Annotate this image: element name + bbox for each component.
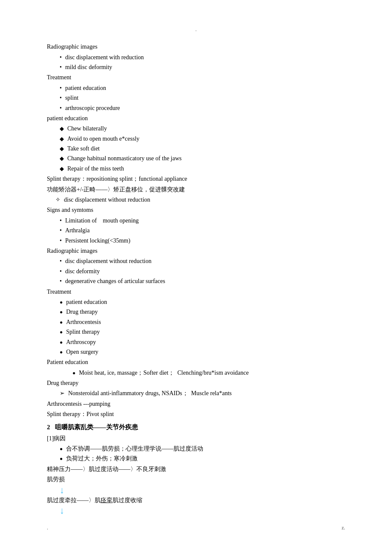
bottom-footer: . z. — [47, 524, 345, 532]
signs-list: Limitation of mouth opening Arthralgia P… — [47, 216, 345, 246]
treatment-list-1: patient education splint arthroscopic pr… — [47, 84, 345, 113]
main-content: Radiographic images disc displacement wi… — [47, 42, 345, 515]
treatment-label-1: Treatment — [47, 73, 345, 82]
list-item: Arthrocentesis — [60, 318, 345, 327]
list-item: degenerative changes of articular surfac… — [60, 277, 345, 286]
drug-therapy-arrow: Nonsteroidal anti-inflammatory drugs, NS… — [47, 389, 345, 398]
radiographic-list-1: disc displacement with reduction mild di… — [47, 53, 345, 72]
arrow-down-icon-2: ↓ — [60, 506, 64, 515]
list-item: patient education — [60, 84, 345, 93]
splint-therapy-line-1: Splint therapy：repositioning splint；func… — [47, 174, 345, 184]
arrow-down-1: ↓ — [47, 486, 345, 495]
arrow-down-icon-1: ↓ — [60, 486, 64, 495]
drug-therapy-label: Drug therapy — [47, 379, 345, 388]
list-item: patient education — [60, 298, 345, 307]
list-item: disc deformity — [60, 267, 345, 276]
list-item: disc displacement with reduction — [60, 53, 345, 62]
treatment-list-2: patient education Drug therapy Arthrocen… — [47, 298, 345, 357]
patient-edu-list-1: Chew bilaterally Avoid to open mouth e*c… — [47, 124, 345, 173]
list-item: Moist heat, ice, massage；Softer diet； Cl… — [72, 368, 345, 378]
radiographic-list-2: disc displacement without reduction disc… — [47, 257, 345, 286]
list-item: Chew bilaterally — [60, 124, 345, 133]
list-item: arthroscopic procedure — [60, 104, 345, 113]
patient-edu-label-1: patient education — [47, 114, 345, 123]
section-drug-therapy: Drug therapy Nonsteroidal anti-inflammat… — [47, 379, 345, 399]
list-item: disc displacement without reduction — [60, 257, 345, 266]
list-item: Drug therapy — [60, 307, 345, 317]
footer-right: z. — [342, 524, 345, 532]
chinese-line-1: 功能矫治器+/-正畸——〉矫正盘移位，促进髁突改建 — [47, 185, 345, 194]
list-item: Limitation of mouth opening — [60, 216, 345, 225]
list-item: Open surgery — [60, 347, 345, 357]
patient-edu-label-2: Patient education — [47, 358, 345, 367]
cause-list: 合不协调——肌劳损；心理生理学说——肌过度活动 负荷过大；外伤；寒冷刺激 — [47, 444, 345, 464]
subsection-cause: [1]病因 — [47, 434, 345, 443]
section-treatment-1: Treatment patient education splint arthr… — [47, 73, 345, 113]
radiographic-label-1: Radiographic images — [47, 42, 345, 52]
diamond-star-item: disc displacement without reduction — [47, 195, 345, 205]
list-item: Avoid to open mouth e*cessly — [60, 134, 345, 144]
chinese-line-3: 肌劳损 — [47, 475, 345, 484]
section-treatment-2: Treatment patient education Drug therapy… — [47, 287, 345, 357]
section-signs: Signs and symtoms Limitation of mouth op… — [47, 205, 345, 246]
list-item: 负荷过大；外伤；寒冷刺激 — [60, 454, 345, 463]
arrow-down-2: ↓ — [47, 506, 345, 515]
list-item: 合不协调——肌劳损；心理生理学说——肌过度活动 — [60, 444, 345, 454]
chinese-line-2: 精神压力——〉肌过度活动——〉不良牙刺激 — [47, 465, 345, 474]
splint-therapy-line-2: Splint therapy：Pivot splint — [47, 410, 345, 419]
section-heading-2: 2 咀嚼肌紊乱类——关节外疾患 — [47, 422, 345, 432]
top-dot: . — [47, 26, 345, 34]
list-item: Persistent locking(<35mm) — [60, 236, 345, 246]
radiographic-label-2: Radiographic images — [47, 246, 345, 256]
list-item: Take soft diet — [60, 144, 345, 153]
section-radiographic-1: Radiographic images disc displacement wi… — [47, 42, 345, 72]
section-patient-edu-1: patient education Chew bilaterally Avoid… — [47, 114, 345, 173]
chinese-line-4: 肌过度牵拉——〉肌痉挛肌过度收缩 — [47, 496, 345, 505]
footer-left: . — [47, 524, 48, 532]
list-item: Splint therapy — [60, 327, 345, 337]
list-item: mild disc deformity — [60, 63, 345, 72]
arthrocentesis-line: Arthrocentesis ---pumping — [47, 399, 345, 409]
signs-label: Signs and symtoms — [47, 205, 345, 215]
section-patient-edu-2: Patient education Moist heat, ice, massa… — [47, 358, 345, 378]
treatment-label-2: Treatment — [47, 287, 345, 297]
list-item: Arthralgia — [60, 226, 345, 235]
patient-edu-list-2: Moist heat, ice, massage；Softer diet； Cl… — [47, 368, 345, 378]
list-item: splint — [60, 93, 345, 103]
list-item: Repair of the miss teeth — [60, 164, 345, 173]
list-item: Change habitual nonmasticatory use of th… — [60, 154, 345, 163]
list-item: Arthroscopy — [60, 338, 345, 347]
section-radiographic-2: Radiographic images disc displacement wi… — [47, 246, 345, 286]
